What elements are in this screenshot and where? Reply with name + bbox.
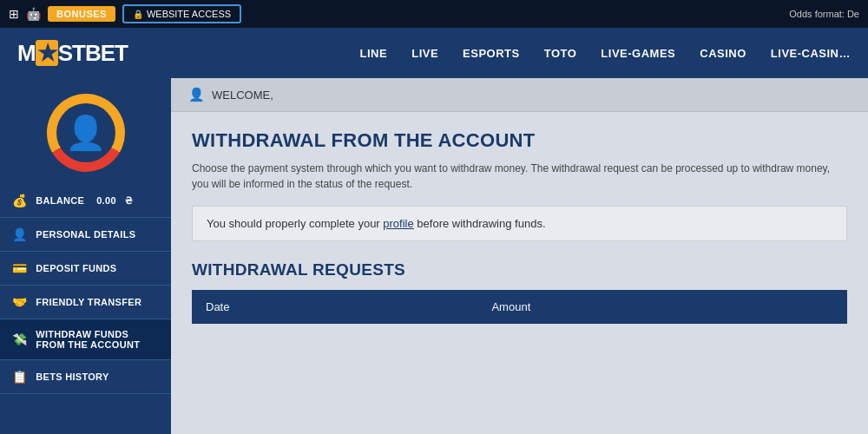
page-description: Choose the payment system through which … — [192, 161, 843, 192]
personal-details-icon: 👤 — [12, 227, 27, 241]
nav-link-live[interactable]: LIVE — [411, 47, 438, 60]
deposit-funds-icon: 💳 — [12, 261, 27, 275]
nav-link-line[interactable]: LINE — [360, 47, 388, 60]
balance-value: 0.00 — [96, 195, 116, 206]
sidebar-personal-details-link[interactable]: 👤 PERSONAL DETAILS — [0, 218, 171, 251]
logo-m: M — [17, 40, 36, 66]
content-body: WITHDRAWAL FROM THE ACCOUNT Choose the p… — [171, 112, 868, 341]
nav-bar: M★STBET LINE LIVE ESPORTS TOTO LIVE-GAME… — [0, 28, 868, 78]
nav-link-live-games[interactable]: LIVE-GAMES — [601, 47, 675, 60]
table-header-date: Date — [192, 290, 477, 324]
sidebar-bets-history: 📋 BETS HISTORY — [0, 360, 171, 394]
avatar-inner: 👤 — [56, 103, 115, 162]
sidebar-deposit-funds: 💳 DEPOSIT FUNDS — [0, 252, 171, 286]
sidebar-deposit-funds-link[interactable]: 💳 DEPOSIT FUNDS — [0, 252, 171, 285]
friendly-transfer-label: FRIENDLY TRANSFER — [36, 297, 141, 307]
table-header-amount: Amount — [477, 290, 847, 324]
friendly-transfer-icon: 🤝 — [12, 295, 27, 309]
avatar-section: 👤 — [0, 78, 171, 184]
sidebar-withdraw-funds: 💸 WITHDRAW FUNDS FROM THE ACCOUNT — [0, 319, 171, 360]
main-layout: 👤 💰 BALANCE 0.00 ₴ 👤 PERSONAL DETAILS — [0, 78, 868, 434]
sidebar-balance-link[interactable]: 💰 BALANCE 0.00 ₴ — [0, 184, 171, 217]
sidebar-friendly-transfer-link[interactable]: 🤝 FRIENDLY TRANSFER — [0, 286, 171, 319]
website-access-button[interactable]: 🔒 WEBSITE ACCESS — [122, 4, 241, 23]
nav-links: LINE LIVE ESPORTS TOTO LIVE-GAMES CASINO… — [360, 47, 851, 60]
bets-history-icon: 📋 — [12, 370, 27, 384]
avatar: 👤 — [47, 94, 125, 172]
table-header-row: Date Amount — [192, 290, 847, 324]
windows-icon: ⊞ — [9, 7, 19, 21]
logo: M★STBET — [17, 40, 128, 67]
sidebar-bets-history-link[interactable]: 📋 BETS HISTORY — [0, 360, 171, 393]
withdraw-funds-label: WITHDRAW FUNDS FROM THE ACCOUNT — [36, 329, 159, 350]
bonuses-button[interactable]: BONUSES — [48, 6, 115, 22]
content-area: 👤 WELCOME, WITHDRAWAL FROM THE ACCOUNT C… — [171, 78, 868, 434]
nav-link-live-casino[interactable]: LIVE-CASIN… — [771, 47, 851, 60]
bets-history-label: BETS HISTORY — [36, 372, 108, 382]
page-title: WITHDRAWAL FROM THE ACCOUNT — [192, 129, 847, 152]
profile-link[interactable]: profile — [383, 217, 413, 230]
personal-details-label: PERSONAL DETAILS — [36, 229, 135, 240]
sidebar-balance-item: 💰 BALANCE 0.00 ₴ — [0, 184, 171, 218]
sidebar-friendly-transfer: 🤝 FRIENDLY TRANSFER — [0, 286, 171, 319]
sidebar: 👤 💰 BALANCE 0.00 ₴ 👤 PERSONAL DETAILS — [0, 78, 171, 434]
nav-link-toto[interactable]: TOTO — [544, 47, 577, 60]
android-icon: 🤖 — [26, 7, 41, 21]
avatar-silhouette: 👤 — [65, 114, 106, 152]
withdraw-funds-icon: 💸 — [12, 332, 27, 346]
requests-title: WITHDRAWAL REQUESTS — [192, 260, 847, 279]
info-message-suffix: before withdrawing funds. — [414, 217, 546, 230]
sidebar-personal-details: 👤 PERSONAL DETAILS — [0, 218, 171, 252]
sidebar-menu: 💰 BALANCE 0.00 ₴ 👤 PERSONAL DETAILS 💳 DE… — [0, 184, 171, 394]
top-bar: ⊞ 🤖 BONUSES 🔒 WEBSITE ACCESS Odds format… — [0, 0, 868, 28]
odds-format: Odds format: De — [789, 9, 859, 19]
welcome-icon: 👤 — [188, 87, 205, 102]
balance-currency: ₴ — [125, 195, 133, 207]
info-box: You should properly complete your profil… — [192, 206, 847, 241]
website-access-label: WEBSITE ACCESS — [147, 9, 231, 19]
balance-label: BALANCE — [36, 195, 84, 206]
sidebar-withdraw-funds-link[interactable]: 💸 WITHDRAW FUNDS FROM THE ACCOUNT — [0, 319, 171, 359]
balance-icon: 💰 — [12, 194, 27, 207]
welcome-bar: 👤 WELCOME, — [171, 78, 868, 112]
welcome-text: WELCOME, — [212, 89, 273, 102]
lock-icon: 🔒 — [133, 10, 143, 19]
nav-link-casino[interactable]: CASINO — [700, 47, 746, 60]
requests-table: Date Amount — [192, 290, 847, 324]
deposit-funds-label: DEPOSIT FUNDS — [36, 263, 116, 273]
info-message-prefix: You should properly complete your — [207, 217, 383, 230]
nav-link-esports[interactable]: ESPORTS — [463, 47, 520, 60]
